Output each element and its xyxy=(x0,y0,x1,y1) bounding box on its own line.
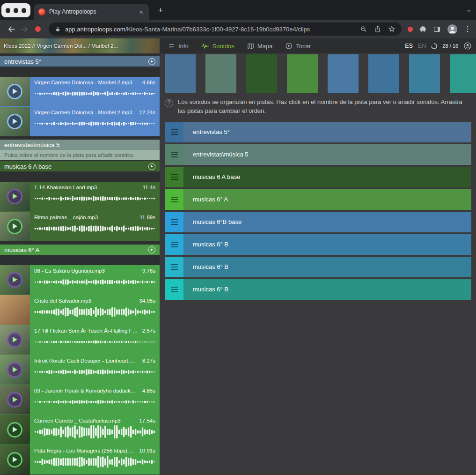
lang-es-button[interactable]: ES xyxy=(405,43,413,49)
tab-mapa[interactable]: Mapa xyxy=(247,43,273,50)
tab-sonidos[interactable]: Sonidos xyxy=(201,42,234,50)
clip-item[interactable]: Carmen Carreto _ Castañuelas.mp3 17.54s xyxy=(0,415,160,445)
clip-item[interactable]: 08 - Es Sakūru Uguntiņu.mp3 9.76s xyxy=(0,265,160,295)
track-row[interactable]: musicas 6°B base xyxy=(165,212,471,232)
drag-handle-icon[interactable] xyxy=(165,189,183,210)
track-color-tile[interactable] xyxy=(287,54,318,93)
clip-thumbnail[interactable] xyxy=(0,385,30,415)
clip-thumbnail[interactable] xyxy=(0,265,30,295)
clip-play-icon[interactable] xyxy=(7,84,22,99)
record-dot-icon[interactable] xyxy=(35,26,41,32)
zoom-out-icon[interactable] xyxy=(360,25,367,33)
clip-thumbnail[interactable] xyxy=(0,212,30,241)
share-icon[interactable] xyxy=(374,25,381,33)
track-row[interactable]: musicas 6° B xyxy=(165,234,471,255)
track-color-tile[interactable] xyxy=(368,54,399,93)
clip-thumbnail[interactable] xyxy=(0,415,30,445)
lang-en-button[interactable]: EN xyxy=(418,43,426,49)
window-minimize-button[interactable] xyxy=(14,8,18,13)
clip-play-icon[interactable] xyxy=(7,272,22,288)
side-panel-icon[interactable] xyxy=(433,25,441,33)
clip-thumbnail[interactable] xyxy=(0,295,30,325)
track-row-name[interactable]: musicas 6° B xyxy=(183,279,471,300)
track-row-name[interactable]: musicas 6° B xyxy=(183,234,471,255)
track-row-name[interactable]: musicas 6 A base xyxy=(183,167,471,187)
account-icon[interactable] xyxy=(463,42,472,50)
track-row[interactable]: entrevistas\música 5 xyxy=(165,144,471,165)
clip-thumbnail[interactable] xyxy=(0,107,30,136)
clip-item[interactable]: 1-14 Khakasian Land.mp3 11.4s xyxy=(0,182,160,211)
tab-tocar[interactable]: Tocar xyxy=(285,42,311,50)
clip-item[interactable]: Virgen Carmen Dolorosa - Maribel 2.mp3 4… xyxy=(0,77,160,106)
clip-waveform xyxy=(34,425,155,439)
close-tab-icon[interactable]: × xyxy=(138,8,144,15)
clip-play-icon[interactable] xyxy=(7,332,22,348)
track-header[interactable]: entrevistas 5° xyxy=(0,56,160,67)
breadcrumb[interactable]: Kleos 2022 // Virgen Carmen Dol... / Mar… xyxy=(0,38,160,53)
track-color-tile[interactable] xyxy=(450,54,476,93)
clip-thumbnail[interactable] xyxy=(0,325,30,355)
clip-play-icon[interactable] xyxy=(7,392,22,408)
track-row-name[interactable]: entrevistas 5° xyxy=(183,122,471,142)
clip-item[interactable]: Ritmo palmas _ cajón.mp3 11.89s xyxy=(0,212,160,241)
address-url[interactable]: app.antropoloops.com/Kleos-Santa-Marina/… xyxy=(65,26,356,33)
track-play-button[interactable] xyxy=(148,246,155,253)
track-header[interactable]: musicas 6 A base xyxy=(0,161,160,171)
clip-thumbnail[interactable] xyxy=(0,445,30,475)
clip-thumbnail[interactable] xyxy=(0,182,30,211)
track-play-button[interactable] xyxy=(148,58,155,65)
tab-info[interactable]: Info xyxy=(168,43,189,50)
track-row[interactable]: musicas 6 A base xyxy=(165,167,471,187)
track-color-tile[interactable] xyxy=(246,54,277,93)
track-row-name[interactable]: musicas 6° A xyxy=(183,189,471,210)
clip-play-icon[interactable] xyxy=(7,189,22,204)
clip-play-icon[interactable] xyxy=(7,422,22,438)
back-button[interactable] xyxy=(5,22,18,36)
recording-extension-icon[interactable] xyxy=(408,27,413,32)
track-row[interactable]: entrevistas 5° xyxy=(165,122,471,142)
track-row-name[interactable]: musicas 6° B xyxy=(183,257,471,277)
drag-handle-icon[interactable] xyxy=(165,257,183,277)
track-row-name[interactable]: entrevistas\música 5 xyxy=(183,144,471,165)
track-row[interactable]: musicas 6° A xyxy=(165,189,471,210)
track-row[interactable]: musicas 6° B xyxy=(165,257,471,277)
clip-thumbnail[interactable] xyxy=(0,355,30,385)
extensions-puzzle-icon[interactable] xyxy=(419,25,427,33)
clip-thumbnail[interactable] xyxy=(0,77,30,106)
track-color-tile[interactable] xyxy=(328,54,359,93)
clip-item[interactable]: Introit Rorate Caeli Desuper - Lionheart… xyxy=(0,355,160,385)
track-row-name[interactable]: musicas 6°B base xyxy=(183,212,471,232)
clip-play-icon[interactable] xyxy=(7,452,22,468)
track-header[interactable]: musicas 6° A xyxy=(0,245,160,255)
drag-handle-icon[interactable] xyxy=(165,279,183,300)
track-header[interactable]: entrevistas\música 5 xyxy=(0,140,160,150)
browser-tab[interactable]: Play Antropoloops × xyxy=(34,4,149,20)
clip-item[interactable]: Cristo del Salvador.mp3 34.05s xyxy=(0,295,160,325)
track-row[interactable]: musicas 6° B xyxy=(165,279,471,300)
clip-item[interactable]: 03 - Jaromír Horák & Konrádyho dudácká .… xyxy=(0,385,160,415)
profile-avatar[interactable] xyxy=(447,24,458,35)
window-zoom-button[interactable] xyxy=(22,8,26,13)
clip-item[interactable]: Virgen Carmen Dolorosa - Maribel 2.mp3 1… xyxy=(0,107,160,136)
drag-handle-icon[interactable] xyxy=(165,144,183,165)
clip-play-icon[interactable] xyxy=(7,362,22,378)
drag-handle-icon[interactable] xyxy=(165,167,183,187)
clip-item[interactable]: Pata Negra - Los Managers (256 kbps).mp3… xyxy=(0,445,160,475)
track-play-button[interactable] xyxy=(148,163,155,170)
drag-handle-icon[interactable] xyxy=(165,234,183,255)
forward-button[interactable] xyxy=(18,22,31,36)
menu-kebab-icon[interactable]: ⋮ xyxy=(464,25,471,33)
drag-handle-icon[interactable] xyxy=(165,212,183,232)
clip-play-icon[interactable] xyxy=(7,114,22,129)
address-bar[interactable]: app.antropoloops.com/Kleos-Santa-Marina/… xyxy=(49,22,402,36)
drag-handle-icon[interactable] xyxy=(165,122,183,142)
clip-item[interactable]: 17 Till Flickan Som Är Tusen År-Halling … xyxy=(0,325,160,355)
clip-play-icon[interactable] xyxy=(7,219,22,234)
track-color-tile[interactable] xyxy=(165,54,196,93)
track-color-tile[interactable] xyxy=(205,54,236,93)
track-color-tile[interactable] xyxy=(409,54,440,93)
new-tab-button[interactable]: + xyxy=(154,4,167,16)
window-close-button[interactable] xyxy=(6,8,10,13)
tab-list-chevron-icon[interactable]: ⌄ xyxy=(466,5,472,14)
bookmark-star-icon[interactable] xyxy=(388,25,395,33)
